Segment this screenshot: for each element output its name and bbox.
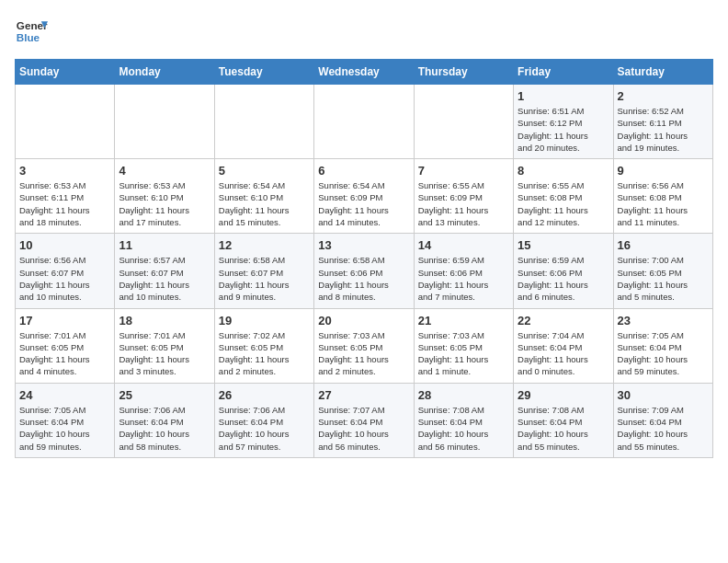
day-number: 18: [119, 314, 210, 327]
day-number: 30: [618, 388, 709, 402]
svg-text:Blue: Blue: [17, 31, 40, 43]
day-number: 1: [518, 89, 609, 103]
day-number: 12: [219, 238, 310, 252]
calendar-cell: 19Sunrise: 7:02 AM Sunset: 6:05 PM Dayli…: [214, 308, 313, 383]
day-info: Sunrise: 7:03 AM Sunset: 6:05 PM Dayligh…: [318, 329, 409, 378]
day-number: 3: [19, 164, 110, 178]
day-number: 26: [219, 388, 310, 402]
calendar-cell: 14Sunrise: 6:59 AM Sunset: 6:06 PM Dayli…: [414, 234, 513, 308]
calendar-cell: [115, 85, 214, 159]
day-number: 25: [119, 388, 210, 402]
calendar-cell: 12Sunrise: 6:58 AM Sunset: 6:07 PM Dayli…: [214, 234, 313, 308]
calendar-cell: 15Sunrise: 6:59 AM Sunset: 6:06 PM Dayli…: [514, 234, 613, 308]
day-number: 7: [418, 164, 509, 178]
day-number: 20: [318, 314, 409, 327]
calendar-cell: 30Sunrise: 7:09 AM Sunset: 6:04 PM Dayli…: [613, 383, 712, 457]
day-number: 5: [219, 164, 310, 178]
day-info: Sunrise: 7:01 AM Sunset: 6:05 PM Dayligh…: [119, 329, 210, 378]
day-info: Sunrise: 6:59 AM Sunset: 6:06 PM Dayligh…: [518, 254, 609, 303]
day-info: Sunrise: 7:07 AM Sunset: 6:04 PM Dayligh…: [318, 404, 409, 453]
calendar-cell: 21Sunrise: 7:03 AM Sunset: 6:05 PM Dayli…: [414, 308, 513, 383]
day-number: 24: [19, 388, 110, 402]
calendar-cell: 22Sunrise: 7:04 AM Sunset: 6:04 PM Dayli…: [514, 308, 613, 383]
day-number: 10: [19, 238, 110, 252]
calendar-cell: 1Sunrise: 6:51 AM Sunset: 6:12 PM Daylig…: [514, 85, 613, 159]
day-info: Sunrise: 6:55 AM Sunset: 6:09 PM Dayligh…: [418, 179, 509, 228]
svg-text:General: General: [17, 19, 48, 31]
day-info: Sunrise: 7:06 AM Sunset: 6:04 PM Dayligh…: [119, 404, 210, 453]
calendar-cell: 23Sunrise: 7:05 AM Sunset: 6:04 PM Dayli…: [613, 308, 712, 383]
day-number: 23: [618, 314, 709, 327]
day-info: Sunrise: 6:56 AM Sunset: 6:07 PM Dayligh…: [19, 254, 110, 303]
calendar-cell: 5Sunrise: 6:54 AM Sunset: 6:10 PM Daylig…: [214, 159, 313, 234]
calendar-cell: 24Sunrise: 7:05 AM Sunset: 6:04 PM Dayli…: [16, 383, 115, 457]
calendar-cell: 27Sunrise: 7:07 AM Sunset: 6:04 PM Dayli…: [314, 383, 414, 457]
day-number: 27: [318, 388, 409, 402]
day-info: Sunrise: 7:04 AM Sunset: 6:04 PM Dayligh…: [518, 329, 609, 378]
calendar-cell: 7Sunrise: 6:55 AM Sunset: 6:09 PM Daylig…: [414, 159, 513, 234]
day-info: Sunrise: 6:58 AM Sunset: 6:07 PM Dayligh…: [219, 254, 310, 303]
calendar-cell: [16, 85, 115, 159]
day-info: Sunrise: 6:59 AM Sunset: 6:06 PM Dayligh…: [418, 254, 509, 303]
calendar-cell: 29Sunrise: 7:08 AM Sunset: 6:04 PM Dayli…: [514, 383, 613, 457]
day-info: Sunrise: 7:08 AM Sunset: 6:04 PM Dayligh…: [418, 404, 509, 453]
day-number: 16: [618, 238, 709, 252]
calendar-cell: 9Sunrise: 6:56 AM Sunset: 6:08 PM Daylig…: [613, 159, 712, 234]
logo: General Blue: [15, 15, 48, 48]
day-info: Sunrise: 6:58 AM Sunset: 6:06 PM Dayligh…: [318, 254, 409, 303]
calendar-cell: 26Sunrise: 7:06 AM Sunset: 6:04 PM Dayli…: [214, 383, 313, 457]
page-header: General Blue: [15, 15, 713, 48]
calendar-cell: 17Sunrise: 7:01 AM Sunset: 6:05 PM Dayli…: [16, 308, 115, 383]
calendar-cell: 6Sunrise: 6:54 AM Sunset: 6:09 PM Daylig…: [314, 159, 414, 234]
day-info: Sunrise: 7:06 AM Sunset: 6:04 PM Dayligh…: [219, 404, 310, 453]
calendar-cell: 18Sunrise: 7:01 AM Sunset: 6:05 PM Dayli…: [115, 308, 214, 383]
calendar-cell: 28Sunrise: 7:08 AM Sunset: 6:04 PM Dayli…: [414, 383, 513, 457]
day-number: 29: [518, 388, 609, 402]
weekday-header: Tuesday: [214, 60, 313, 85]
day-number: 19: [219, 314, 310, 327]
logo-icon: General Blue: [15, 15, 48, 48]
day-number: 13: [318, 238, 409, 252]
day-number: 4: [119, 164, 210, 178]
weekday-header: Friday: [514, 60, 613, 85]
day-info: Sunrise: 6:57 AM Sunset: 6:07 PM Dayligh…: [119, 254, 210, 303]
calendar-cell: 2Sunrise: 6:52 AM Sunset: 6:11 PM Daylig…: [613, 85, 712, 159]
weekday-header: Saturday: [613, 60, 712, 85]
calendar-cell: 25Sunrise: 7:06 AM Sunset: 6:04 PM Dayli…: [115, 383, 214, 457]
day-number: 14: [418, 238, 509, 252]
calendar-cell: 8Sunrise: 6:55 AM Sunset: 6:08 PM Daylig…: [514, 159, 613, 234]
calendar-cell: [314, 85, 414, 159]
calendar-cell: 20Sunrise: 7:03 AM Sunset: 6:05 PM Dayli…: [314, 308, 414, 383]
day-info: Sunrise: 7:02 AM Sunset: 6:05 PM Dayligh…: [219, 329, 310, 378]
day-info: Sunrise: 7:08 AM Sunset: 6:04 PM Dayligh…: [518, 404, 609, 453]
day-info: Sunrise: 6:56 AM Sunset: 6:08 PM Dayligh…: [618, 179, 709, 228]
day-info: Sunrise: 6:54 AM Sunset: 6:09 PM Dayligh…: [318, 179, 409, 228]
calendar-cell: 13Sunrise: 6:58 AM Sunset: 6:06 PM Dayli…: [314, 234, 414, 308]
day-info: Sunrise: 6:55 AM Sunset: 6:08 PM Dayligh…: [518, 179, 609, 228]
day-info: Sunrise: 6:51 AM Sunset: 6:12 PM Dayligh…: [518, 105, 609, 154]
calendar-cell: [414, 85, 513, 159]
day-info: Sunrise: 6:54 AM Sunset: 6:10 PM Dayligh…: [219, 179, 310, 228]
day-number: 8: [518, 164, 609, 178]
calendar-cell: 11Sunrise: 6:57 AM Sunset: 6:07 PM Dayli…: [115, 234, 214, 308]
calendar-cell: 4Sunrise: 6:53 AM Sunset: 6:10 PM Daylig…: [115, 159, 214, 234]
calendar-cell: 16Sunrise: 7:00 AM Sunset: 6:05 PM Dayli…: [613, 234, 712, 308]
day-number: 2: [618, 89, 709, 103]
day-number: 22: [518, 314, 609, 327]
day-number: 21: [418, 314, 509, 327]
calendar-cell: 3Sunrise: 6:53 AM Sunset: 6:11 PM Daylig…: [16, 159, 115, 234]
day-info: Sunrise: 7:09 AM Sunset: 6:04 PM Dayligh…: [618, 404, 709, 453]
day-info: Sunrise: 7:05 AM Sunset: 6:04 PM Dayligh…: [19, 404, 110, 453]
calendar-cell: 10Sunrise: 6:56 AM Sunset: 6:07 PM Dayli…: [16, 234, 115, 308]
day-number: 15: [518, 238, 609, 252]
day-info: Sunrise: 7:01 AM Sunset: 6:05 PM Dayligh…: [19, 329, 110, 378]
day-info: Sunrise: 7:03 AM Sunset: 6:05 PM Dayligh…: [418, 329, 509, 378]
day-info: Sunrise: 6:52 AM Sunset: 6:11 PM Dayligh…: [618, 105, 709, 154]
day-number: 28: [418, 388, 509, 402]
calendar-table: SundayMondayTuesdayWednesdayThursdayFrid…: [15, 59, 713, 458]
calendar-cell: [214, 85, 313, 159]
day-number: 6: [318, 164, 409, 178]
day-info: Sunrise: 7:05 AM Sunset: 6:04 PM Dayligh…: [618, 329, 709, 378]
weekday-header: Wednesday: [314, 60, 414, 85]
day-number: 17: [19, 314, 110, 327]
